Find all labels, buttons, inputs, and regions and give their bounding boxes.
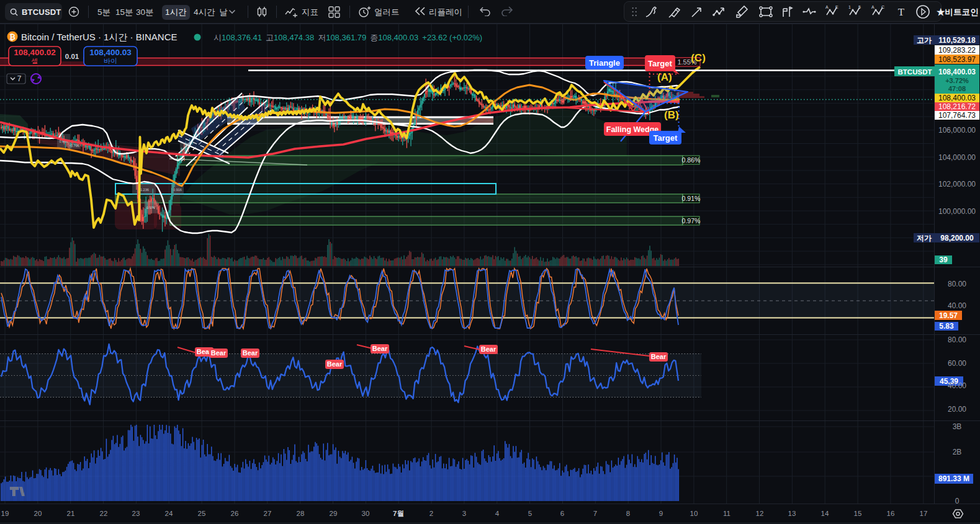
svg-text:24: 24 [165,510,173,517]
svg-text:102,000.00: 102,000.00 [938,180,976,189]
svg-text:108,216.72: 108,216.72 [938,102,976,111]
svg-text:14: 14 [821,510,829,517]
svg-text:107,764.73: 107,764.73 [938,111,976,120]
svg-text:106,000.00: 106,000.00 [938,126,976,135]
svg-text:7: 7 [17,74,22,83]
svg-text:저가: 저가 [917,234,932,242]
svg-text:C: C [881,5,884,9]
svg-text:100,000.00: 100,000.00 [938,207,976,216]
svg-text:₿: ₿ [9,33,16,42]
svg-text:28: 28 [297,510,305,517]
svg-text:Bitcoin / TetherUS · 1시간 · BIN: Bitcoin / TetherUS · 1시간 · BINANCE [21,32,177,42]
svg-text:80.00: 80.00 [948,335,966,344]
svg-text:108,523.97: 108,523.97 [938,55,976,64]
svg-text:10: 10 [690,510,698,517]
svg-text:60.00: 60.00 [948,359,966,368]
svg-text:0.91%: 0.91% [682,195,701,202]
svg-text:108,400.03: 108,400.03 [89,48,132,57]
svg-text:47:08: 47:08 [948,85,966,92]
svg-text:16: 16 [887,510,895,517]
svg-text:Bear: Bear [372,345,388,352]
svg-text:15: 15 [854,510,862,517]
svg-text:5.83: 5.83 [939,322,954,331]
svg-text:2: 2 [429,510,433,517]
svg-text:12: 12 [756,510,764,517]
svg-text:-1.236: -1.236 [139,188,149,192]
svg-text:(A): (A) [657,71,672,83]
svg-text:891.33 M: 891.33 M [938,474,969,483]
svg-text:(C): (C) [691,52,706,64]
svg-text:104,000.00: 104,000.00 [938,153,976,162]
svg-text:3: 3 [462,510,466,517]
svg-text:20: 20 [34,510,42,517]
svg-text:11: 11 [723,510,731,517]
svg-text:0.86%: 0.86% [682,156,701,164]
svg-text:23: 23 [132,510,140,517]
svg-text:셀: 셀 [32,57,38,64]
svg-text:Bear: Bear [327,360,343,368]
svg-text:5: 5 [858,5,861,9]
svg-text:98,200.00: 98,200.00 [940,234,974,242]
svg-text:(B): (B) [664,109,679,121]
svg-text:25: 25 [198,510,206,517]
svg-text:40.00: 40.00 [948,301,966,310]
svg-text:19: 19 [1,510,9,517]
svg-text:5: 5 [528,510,532,517]
svg-text:BTCUSDT: BTCUSDT [898,68,932,76]
svg-text:1: 1 [848,5,851,9]
svg-text:110,529.18: 110,529.18 [938,36,976,45]
svg-text:108,400.03: 108,400.03 [938,94,976,102]
svg-text:19.57: 19.57 [939,311,958,320]
svg-text:17: 17 [920,510,928,517]
svg-text:-0.706: -0.706 [70,144,79,148]
svg-text:22: 22 [100,510,108,517]
svg-text:20.00: 20.00 [948,405,966,414]
svg-text:A: A [871,5,874,9]
svg-text:40.00: 40.00 [948,381,966,390]
svg-text:Bear: Bear [481,345,497,353]
svg-text:고가: 고가 [917,36,932,45]
svg-text:27: 27 [264,510,272,517]
svg-text:바이: 바이 [104,57,117,64]
svg-text:29: 29 [330,510,338,517]
svg-text:0.916: 0.916 [173,188,182,192]
svg-text:0.97%: 0.97% [682,217,701,224]
svg-text:7: 7 [593,510,597,517]
svg-text:2B: 2B [953,448,962,456]
svg-text:3B: 3B [953,422,962,431]
svg-text:+3.72%: +3.72% [945,77,969,84]
svg-text:Triangle: Triangle [589,58,620,68]
svg-text:39: 39 [939,255,948,264]
svg-text:21: 21 [67,510,75,517]
svg-text:Bear: Bear [211,349,227,357]
svg-text:13: 13 [788,510,796,517]
svg-text:9: 9 [659,510,663,517]
svg-text:Bear: Bear [243,349,258,357]
svg-text:80.00: 80.00 [948,280,966,288]
svg-text:0: 0 [955,497,960,505]
svg-text:Bear: Bear [651,353,667,360]
svg-text:26: 26 [231,510,239,517]
svg-text:108,400.03: 108,400.03 [938,68,976,76]
svg-text:109,283.22: 109,283.22 [938,46,976,55]
svg-text:Target: Target [654,133,678,143]
svg-text:7월: 7월 [393,510,404,517]
svg-text:T: T [898,6,905,18]
svg-text:E: E [835,5,838,9]
svg-text:시108,376.41고108,474.38저108,361: 시108,376.41고108,474.38저108,361.79종108,40… [214,33,482,42]
svg-text:6: 6 [560,510,564,517]
svg-text:30: 30 [362,510,370,517]
svg-text:0.01: 0.01 [65,53,79,60]
svg-text:Target: Target [648,59,672,68]
svg-text:A: A [825,5,829,9]
svg-text:4: 4 [495,510,500,517]
svg-text:108,400.02: 108,400.02 [14,48,56,57]
svg-text:8: 8 [626,510,630,517]
svg-text:0.976: 0.976 [146,206,155,210]
